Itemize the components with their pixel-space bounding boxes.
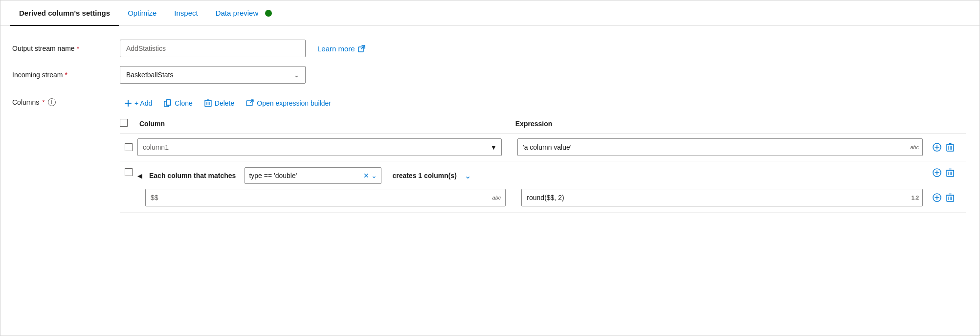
row1-expression-wrap: abc	[510, 138, 927, 156]
add-label: + Add	[134, 99, 152, 107]
info-icon[interactable]: i	[48, 98, 56, 106]
incoming-stream-row: Incoming stream * BasketballStats ⌄	[12, 66, 966, 84]
sub-column-type-badge: abc	[492, 195, 501, 201]
clone-button[interactable]: Clone	[159, 96, 198, 110]
pattern-checkbox-wrap	[120, 167, 137, 176]
output-stream-label: Output stream name *	[12, 45, 120, 52]
output-stream-row: Output stream name * Learn more	[12, 40, 966, 57]
sub-column-input[interactable]	[145, 189, 506, 206]
pattern-top: ◀ Each column that matches type == 'doub…	[120, 167, 966, 189]
header-checkbox[interactable]	[120, 119, 128, 127]
pattern-delete-btn[interactable]	[945, 167, 955, 178]
columns-section: Columns * i + Add Clone	[12, 92, 966, 213]
clone-label: Clone	[175, 99, 193, 107]
pattern-actions	[927, 167, 966, 178]
learn-more-link[interactable]: Learn more	[317, 45, 365, 53]
columns-toolbar: + Add Clone	[120, 92, 966, 110]
tab-inspect-label: Inspect	[174, 9, 198, 17]
sub-column-wrap: abc	[145, 189, 513, 206]
pattern-condition-input[interactable]: type == 'double' ✕ ⌄	[245, 167, 381, 184]
tab-settings[interactable]: Derived column's settings	[10, 0, 119, 26]
pattern-checkbox[interactable]	[125, 168, 133, 176]
sub-expression-type-badge: 1.2	[912, 195, 919, 201]
required-star-incoming: *	[65, 71, 67, 79]
columns-label: Columns * i	[12, 98, 120, 106]
open-expression-builder-button[interactable]: Open expression builder	[241, 96, 336, 110]
open-expression-builder-label: Open expression builder	[257, 99, 331, 107]
incoming-stream-value: BasketballStats	[126, 71, 174, 79]
status-dot	[265, 10, 272, 17]
sub-add-btn[interactable]	[932, 192, 942, 203]
pattern-content: ◀ Each column that matches type == 'doub…	[137, 167, 927, 184]
th-column: Column	[137, 120, 513, 128]
sub-row-actions	[927, 192, 966, 203]
dropdown-arrow-icon: ⌄	[294, 71, 299, 79]
columns-table: Column Expression ▼	[120, 114, 966, 213]
pattern-add-btn[interactable]	[932, 167, 942, 178]
tab-datapreview-label: Data preview	[216, 9, 259, 17]
creates-chevron-icon[interactable]: ⌄	[465, 171, 471, 180]
tab-inspect[interactable]: Inspect	[165, 0, 206, 26]
pattern-sub-row: abc 1.2	[120, 189, 966, 212]
tab-datapreview[interactable]: Data preview	[207, 0, 281, 26]
th-checkbox	[120, 119, 137, 128]
condition-chevron-icon[interactable]: ⌄	[371, 172, 377, 179]
add-button[interactable]: + Add	[120, 96, 157, 110]
th-expression: Expression	[513, 120, 927, 128]
incoming-stream-label: Incoming stream *	[12, 71, 120, 79]
learn-more-label: Learn more	[317, 45, 355, 53]
sub-expression-input[interactable]	[521, 189, 923, 206]
row1-actions	[927, 142, 966, 153]
collapse-arrow-icon[interactable]: ◀	[137, 172, 142, 179]
creates-label: creates 1 column(s)	[392, 172, 457, 179]
table-header: Column Expression	[120, 114, 966, 134]
table-row: ▼ abc	[120, 134, 966, 161]
row1-column-wrap: ▼	[137, 138, 510, 156]
pattern-label: Each column that matches	[149, 172, 236, 179]
delete-label: Delete	[215, 99, 234, 107]
pattern-condition-value: type == 'double'	[249, 172, 359, 179]
output-stream-input[interactable]	[120, 40, 306, 57]
sub-expression-wrap: 1.2	[513, 189, 927, 206]
columns-left-label: Columns * i	[12, 92, 120, 106]
row1-type-badge: abc	[910, 144, 919, 150]
svg-rect-4	[166, 100, 171, 105]
row1-add-btn[interactable]	[932, 142, 942, 153]
columns-content: + Add Clone	[120, 92, 966, 213]
row1-expression-input[interactable]	[517, 138, 923, 156]
tab-optimize[interactable]: Optimize	[119, 0, 165, 26]
external-link-icon	[358, 45, 365, 52]
tab-optimize-label: Optimize	[128, 9, 156, 17]
incoming-stream-dropdown[interactable]: BasketballStats ⌄	[120, 66, 306, 84]
condition-clear-icon[interactable]: ✕	[363, 172, 369, 179]
tab-settings-label: Derived column's settings	[19, 9, 110, 17]
row1-delete-btn[interactable]	[945, 142, 955, 153]
row1-checkbox[interactable]	[125, 143, 133, 151]
pattern-table-row: ◀ Each column that matches type == 'doub…	[120, 161, 966, 213]
row1-checkbox-wrap	[120, 143, 137, 151]
row1-column-input[interactable]	[137, 138, 502, 156]
required-star-columns: *	[42, 98, 45, 106]
sub-delete-btn[interactable]	[945, 192, 955, 203]
required-star-output: *	[77, 45, 79, 52]
tab-bar: Derived column's settings Optimize Inspe…	[0, 0, 980, 26]
main-content: Output stream name * Learn more Incoming…	[0, 26, 980, 226]
delete-button[interactable]: Delete	[200, 96, 239, 110]
